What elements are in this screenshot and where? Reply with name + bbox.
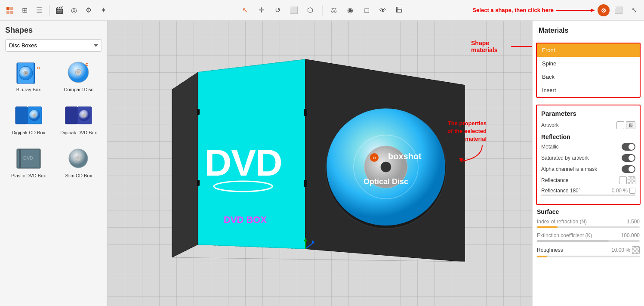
material-insert[interactable]: Insert	[537, 83, 640, 97]
svg-rect-1	[10, 7, 13, 10]
shape-grid: ⊙ Blu-ray Box	[5, 56, 102, 182]
roughness-track[interactable]	[537, 256, 640, 257]
svg-point-19	[33, 114, 36, 117]
digipak-cd-shape-icon	[13, 102, 43, 128]
ior-fill	[537, 226, 558, 228]
target-icon[interactable]: ◎	[68, 4, 80, 17]
reflectance180-track[interactable]	[541, 195, 635, 196]
slim-cd-shape-icon	[64, 145, 94, 171]
plastic-dvd-shape-icon: DVD	[13, 145, 43, 171]
right-panel: Materials Front Spine Back Insert Parame…	[532, 21, 644, 306]
axis-tool-icon[interactable]: ⚖	[327, 4, 340, 17]
shape-item-digipak-cd[interactable]: Digipak CD Box	[5, 99, 52, 139]
material-back[interactable]: Back	[537, 70, 640, 83]
alpha-label: Alpha channel is a mask	[541, 166, 597, 172]
material-button[interactable]: ⊗	[598, 4, 610, 16]
saturated-toggle[interactable]	[622, 154, 635, 162]
toolbar-center-group: ↖ ✛ ↺ ⬜ ⬡ ⚖ ◉ ◻ 👁 🎞	[238, 4, 406, 17]
alpha-toggle[interactable]	[622, 165, 635, 173]
artwork-label: Artwork	[541, 122, 616, 128]
extinction-label: Extinction coefficient (K)	[537, 232, 592, 238]
shape-item-bluray[interactable]: ⊙ Blu-ray Box	[5, 56, 52, 96]
shape-label-digipak-cd: Digipak CD Box	[12, 130, 45, 135]
surface-section: Surface Index of refraction (N) 1.500 Ex…	[533, 208, 644, 266]
dvd-scene-svg: DVD DVD BOX	[120, 38, 495, 287]
svg-rect-26	[19, 149, 21, 168]
layout-icon[interactable]: ⊞	[18, 4, 31, 17]
extinction-row: Extinction coefficient (K) 100.000	[537, 232, 640, 238]
film-icon[interactable]: 🎞	[393, 4, 406, 17]
move-tool-icon[interactable]: ✛	[255, 4, 268, 17]
eye-icon[interactable]: 👁	[376, 4, 389, 17]
cursor-tool-icon[interactable]: ↖	[238, 4, 251, 17]
svg-point-30	[77, 157, 80, 159]
material-spine[interactable]: Spine	[537, 57, 640, 70]
svg-rect-40	[197, 180, 200, 186]
reflectance-row: Reflectance	[541, 176, 635, 184]
extinction-track[interactable]	[537, 240, 640, 242]
roughness-pattern-btn[interactable]	[632, 246, 640, 254]
shape-item-slim-cd[interactable]: Slim CD Box	[55, 142, 102, 182]
gear-icon[interactable]: ⚙	[82, 4, 95, 17]
artwork-checkbox[interactable]	[616, 121, 624, 129]
scale-tool-icon[interactable]: ⬜	[287, 4, 300, 17]
shape-label-plastic-dvd: Plastic DVD Box	[11, 173, 46, 178]
extinction-value: 100.000	[621, 232, 640, 238]
reflectance180-val-icon[interactable]	[629, 188, 635, 194]
artwork-controls: 🖼	[616, 121, 635, 129]
artwork-row: Artwork 🖼	[541, 121, 635, 129]
select-hint-text: Select a shape, then click here	[472, 7, 554, 13]
rotate-tool-icon[interactable]: ↺	[271, 4, 284, 17]
alpha-row: Alpha channel is a mask	[541, 165, 635, 173]
svg-rect-3	[10, 11, 13, 14]
materials-list: Front Spine Back Insert	[536, 43, 641, 98]
camera2-icon[interactable]: ⬜	[612, 4, 625, 17]
shape-item-digipak-dvd[interactable]: Digipak DVD Box	[55, 99, 102, 139]
app-menu-icon[interactable]	[3, 4, 16, 17]
shape-label-cd: Compact Disc	[64, 87, 93, 92]
ior-track[interactable]	[537, 226, 640, 228]
parameters-section: Parameters Artwork 🖼 Reflection Metallic	[536, 105, 641, 205]
view-icon[interactable]: ◻	[360, 4, 373, 17]
toolbar-right: Select a shape, then click here ⊗ ⬜ ⤡	[472, 4, 641, 17]
shape-item-cd[interactable]: ⊙ Compact Disc	[55, 56, 102, 96]
metallic-row: Metallic	[541, 143, 635, 151]
svg-rect-54	[304, 109, 307, 116]
svg-point-23	[83, 114, 86, 117]
hamburger-icon[interactable]: ☰	[33, 4, 46, 17]
toolbar: ⊞ ☰ 🎬 ◎ ⚙ ✦ ↖ ✛ ↺ ⬜ ⬡ ⚖ ◉ ◻ 👁 🎞 Select a…	[0, 0, 644, 21]
fullscreen-icon[interactable]: ⤡	[628, 4, 641, 17]
svg-rect-16	[15, 107, 28, 124]
svg-marker-37	[172, 72, 198, 257]
sidebar-title: Shapes	[5, 26, 102, 35]
shape-item-plastic-dvd[interactable]: DVD Plastic DVD Box	[5, 142, 52, 182]
environment-icon[interactable]: ✦	[97, 4, 110, 17]
canvas-area[interactable]: DVD DVD BOX	[108, 21, 532, 306]
svg-rect-0	[6, 7, 9, 10]
svg-point-14	[77, 71, 80, 74]
artwork-image-btn[interactable]: 🖼	[626, 121, 635, 129]
shape-category-select[interactable]: Disc Boxes Book Boxes Tape Boxes	[5, 39, 102, 52]
reflectance180-header: Reflectance 180° 0.00 %	[541, 188, 635, 194]
shape-label-slim-cd: Slim CD Box	[65, 173, 92, 178]
svg-text:DVD: DVD	[23, 155, 33, 161]
alpha-knob	[629, 166, 635, 172]
metallic-knob	[629, 144, 635, 150]
node-tool-icon[interactable]: ⬡	[304, 4, 317, 17]
sep1	[49, 5, 49, 15]
reflectance-label: Reflectance	[541, 177, 568, 183]
orbit-tool-icon[interactable]: ◉	[344, 4, 357, 17]
reflectance-boxes	[619, 176, 635, 184]
reflectance-pattern-box[interactable]	[628, 176, 635, 184]
svg-text:DVD BOX: DVD BOX	[224, 214, 267, 225]
camera-icon[interactable]: 🎬	[53, 4, 66, 17]
material-front[interactable]: Front	[537, 43, 640, 57]
svg-rect-20	[65, 107, 77, 124]
metallic-toggle[interactable]	[622, 143, 635, 151]
reflectance-white-box[interactable]	[619, 176, 627, 184]
svg-point-10	[25, 72, 27, 74]
shape-label-digipak-dvd: Digipak DVD Box	[60, 130, 97, 135]
svg-rect-39	[197, 109, 200, 115]
hint-arrow	[556, 8, 595, 13]
svg-text:Optical Disc: Optical Disc	[364, 177, 408, 186]
